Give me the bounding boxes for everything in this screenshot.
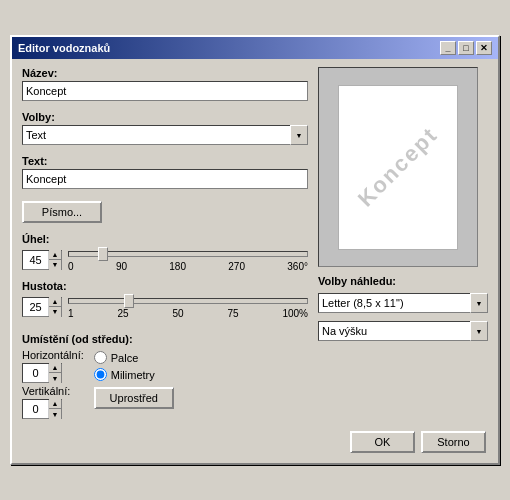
angle-spin-down[interactable]: ▼ (49, 260, 61, 270)
window-content: Název: Volby: Text Obrázek ▼ Text: (12, 59, 498, 463)
placement-section: Umístění (od středu): Horizontální: ▲ ▼ (22, 333, 308, 419)
storno-button[interactable]: Storno (421, 431, 486, 453)
preview-options-label: Volby náhledu: (318, 275, 488, 287)
angle-spin-up[interactable]: ▲ (49, 250, 61, 260)
preview-orientation-wrapper: Na výšku Na šířku ▼ (318, 321, 488, 341)
milimetry-radio-item: Milimetry (94, 368, 174, 381)
milimetry-label: Milimetry (111, 369, 155, 381)
vertical-input[interactable] (23, 400, 49, 418)
angle-label-90: 90 (116, 261, 127, 272)
volby-select[interactable]: Text Obrázek (22, 125, 308, 145)
angle-spinner: ▲ ▼ (22, 250, 62, 270)
vertical-label: Vertikální: (22, 385, 84, 397)
volby-label: Volby: (22, 111, 308, 123)
watermark-preview-text: Koncept (353, 122, 444, 213)
angle-label-0: 0 (68, 261, 74, 272)
density-label-1: 1 (68, 308, 74, 319)
horizontal-label: Horizontální: (22, 349, 84, 361)
placement-row: Horizontální: ▲ ▼ Vertikální: (22, 349, 308, 419)
volby-group: Volby: Text Obrázek ▼ (22, 111, 308, 145)
density-spin-buttons: ▲ ▼ (49, 297, 61, 317)
editor-window: Editor vodoznaků _ □ ✕ Název: Volby: Tex… (10, 35, 500, 465)
horizontal-spinner: ▲ ▼ (22, 363, 62, 383)
density-input[interactable] (23, 298, 49, 316)
preview-size-wrapper: Letter (8,5 x 11") A4 A3 ▼ (318, 293, 488, 313)
angle-label-270: 270 (228, 261, 245, 272)
font-group: Písmo... (22, 199, 308, 223)
angle-label-360: 360° (287, 261, 308, 272)
nazev-group: Název: (22, 67, 308, 101)
horizontal-input[interactable] (23, 364, 49, 382)
nazev-input[interactable] (22, 81, 308, 101)
angle-slider-container: 0 90 180 270 360° (68, 247, 308, 272)
palce-radio[interactable] (94, 351, 107, 364)
palce-radio-item: Palce (94, 351, 174, 364)
radio-and-btn: Palce Milimetry Uprostřed (94, 349, 174, 409)
uprostred-button[interactable]: Uprostřed (94, 387, 174, 409)
preview-paper: Koncept (338, 85, 458, 250)
density-row: ▲ ▼ 1 25 50 75 100% (22, 294, 308, 319)
preview-size-select[interactable]: Letter (8,5 x 11") A4 A3 (318, 293, 483, 313)
main-area: Název: Volby: Text Obrázek ▼ Text: (22, 67, 488, 419)
unit-radio-group: Palce Milimetry (94, 351, 174, 381)
maximize-button[interactable]: □ (458, 41, 474, 55)
ok-button[interactable]: OK (350, 431, 415, 453)
horizontal-spin-buttons: ▲ ▼ (49, 363, 61, 383)
angle-spin-buttons: ▲ ▼ (49, 250, 61, 270)
density-spin-up[interactable]: ▲ (49, 297, 61, 307)
window-title: Editor vodoznaků (18, 42, 110, 54)
density-label-75: 75 (227, 308, 238, 319)
right-panel: Koncept Volby náhledu: Letter (8,5 x 11"… (318, 67, 488, 419)
density-label-100: 100% (282, 308, 308, 319)
density-slider[interactable] (68, 298, 308, 304)
title-bar: Editor vodoznaků _ □ ✕ (12, 37, 498, 59)
density-label-50: 50 (172, 308, 183, 319)
text-label: Text: (22, 155, 308, 167)
text-group: Text: (22, 155, 308, 189)
horizontal-spin-up[interactable]: ▲ (49, 363, 61, 373)
preview-area: Koncept (318, 67, 478, 267)
angle-row: ▲ ▼ 0 90 180 270 360° (22, 247, 308, 272)
density-label-25: 25 (117, 308, 128, 319)
density-label: Hustota: (22, 280, 308, 292)
density-slider-labels: 1 25 50 75 100% (68, 308, 308, 319)
density-slider-container: 1 25 50 75 100% (68, 294, 308, 319)
angle-slider[interactable] (68, 251, 308, 257)
minimize-button[interactable]: _ (440, 41, 456, 55)
density-spin-down[interactable]: ▼ (49, 307, 61, 317)
vertical-spin-down[interactable]: ▼ (49, 409, 61, 419)
angle-label-180: 180 (169, 261, 186, 272)
angle-label: Úhel: (22, 233, 308, 245)
vertical-spin-buttons: ▲ ▼ (49, 399, 61, 419)
placement-label: Umístění (od středu): (22, 333, 308, 345)
bottom-buttons: OK Storno (22, 431, 488, 453)
angle-section: Úhel: ▲ ▼ 0 (22, 233, 308, 272)
preview-orientation-select[interactable]: Na výšku Na šířku (318, 321, 483, 341)
palce-label: Palce (111, 352, 139, 364)
preview-orientation-select-wrapper: Na výšku Na šířku ▼ (318, 321, 488, 341)
vertical-spin-up[interactable]: ▲ (49, 399, 61, 409)
milimetry-radio[interactable] (94, 368, 107, 381)
bottom-left-section: Umístění (od středu): Horizontální: ▲ ▼ (22, 333, 308, 419)
angle-input[interactable] (23, 251, 49, 269)
font-button[interactable]: Písmo... (22, 201, 102, 223)
horizontal-spin-down[interactable]: ▼ (49, 373, 61, 383)
preview-options: Volby náhledu: Letter (8,5 x 11") A4 A3 … (318, 275, 488, 341)
density-section: Hustota: ▲ ▼ 1 (22, 280, 308, 319)
volby-select-wrapper: Text Obrázek ▼ (22, 125, 308, 145)
title-bar-buttons: _ □ ✕ (440, 41, 492, 55)
nazev-label: Název: (22, 67, 308, 79)
vertical-spinner: ▲ ▼ (22, 399, 62, 419)
angle-slider-labels: 0 90 180 270 360° (68, 261, 308, 272)
text-input[interactable] (22, 169, 308, 189)
left-panel: Název: Volby: Text Obrázek ▼ Text: (22, 67, 308, 419)
coord-group: Horizontální: ▲ ▼ Vertikální: (22, 349, 84, 419)
density-spinner: ▲ ▼ (22, 297, 62, 317)
close-button[interactable]: ✕ (476, 41, 492, 55)
